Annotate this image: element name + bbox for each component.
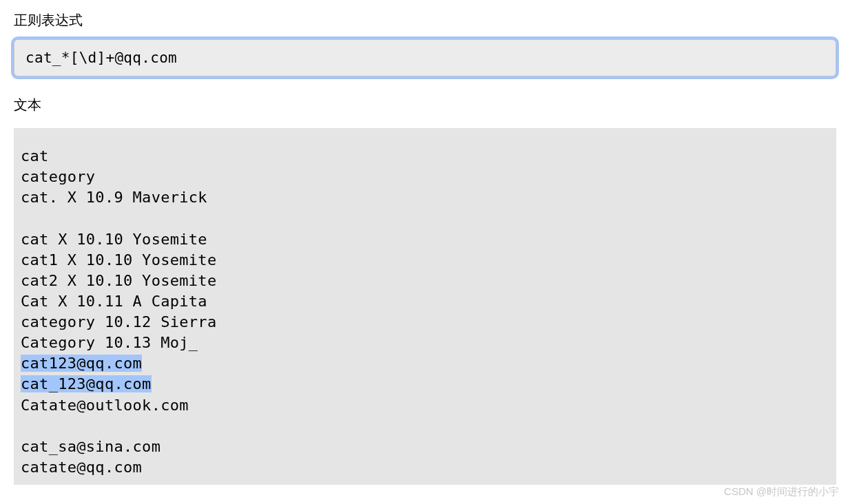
highlighted-match: cat123@qq.com — [21, 355, 142, 372]
text-label: 文本 — [14, 96, 836, 114]
regex-label: 正则表达式 — [14, 11, 836, 30]
regex-input[interactable] — [14, 39, 836, 76]
text-area[interactable]: cat category cat. X 10.9 Maverick cat X … — [14, 128, 836, 485]
watermark: CSDN @时间进行的小宇 — [724, 485, 839, 492]
highlighted-match: cat_123@qq.com — [21, 375, 152, 392]
